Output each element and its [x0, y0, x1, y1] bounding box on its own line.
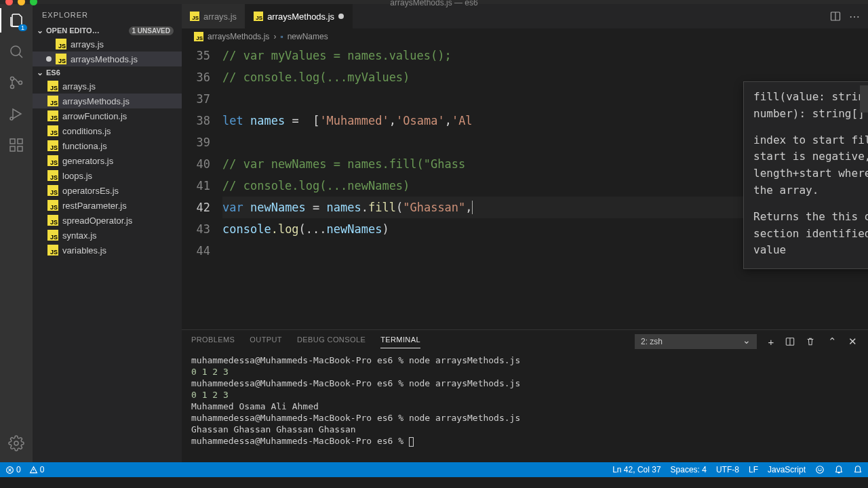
file-tree-item[interactable]: JSarrays.js [33, 79, 182, 94]
line-number-gutter: 35363738394041424344 [182, 45, 222, 329]
file-tree-item[interactable]: JSsyntax.js [33, 228, 182, 243]
more-actions-icon[interactable]: ⋯ [849, 10, 860, 23]
code-editor[interactable]: 35363738394041424344 // var myValues = n… [182, 45, 868, 329]
status-bar: 0 0 Ln 42, Col 37 Spaces: 4 UTF-8 LF Jav… [0, 462, 868, 477]
tab-label: arraysMethods.js [267, 12, 334, 22]
maximize-window-icon[interactable] [30, 0, 37, 5]
file-tree-item[interactable]: JSgenerators.js [33, 153, 182, 168]
js-file-icon: JS [194, 32, 203, 41]
explorer-badge: 1 [18, 24, 27, 31]
file-tree-item[interactable]: JSfunctiona.js [33, 138, 182, 153]
terminal-line: Ghassan Ghassan Ghassan Ghassan [191, 424, 859, 435]
maximize-panel-icon[interactable]: ⌃ [826, 336, 838, 348]
terminal-line: muhammedessa@Muhammeds-MacBook-Pro es6 %… [191, 378, 859, 389]
editor-tab[interactable]: JSarraysMethods.js [245, 4, 353, 28]
file-name: restParameter.js [62, 201, 127, 211]
js-file-icon: JS [47, 96, 58, 106]
run-debug-icon[interactable] [7, 104, 26, 123]
status-errors[interactable]: 0 [5, 465, 21, 474]
file-tree-item[interactable]: JSconditions.js [33, 123, 182, 138]
status-language[interactable]: JavaScript [768, 465, 806, 474]
signature-text: fill(value: string, start?: number, end?… [753, 89, 868, 123]
minimize-window-icon[interactable] [18, 0, 25, 5]
status-ln-col[interactable]: Ln 42, Col 37 [612, 465, 660, 474]
panel-tab[interactable]: PROBLEMS [191, 336, 235, 348]
panel-tab[interactable]: OUTPUT [250, 336, 282, 348]
tab-label: arrays.js [203, 12, 237, 22]
open-editor-item[interactable]: JSarraysMethods.js [33, 52, 182, 66]
status-tweet-icon[interactable] [815, 465, 825, 474]
panel-tab[interactable]: DEBUG CONSOLE [297, 336, 366, 348]
status-encoding[interactable]: UTF-8 [716, 465, 739, 474]
open-editor-item[interactable]: JSarrays.js [33, 37, 182, 52]
close-panel-icon[interactable]: ✕ [846, 336, 859, 348]
svg-point-4 [10, 117, 13, 120]
chevron-down-icon: ⌄ [37, 26, 43, 35]
terminal-line: 0 1 2 3 [191, 389, 859, 401]
minimap[interactable] [860, 85, 868, 113]
file-tree-item[interactable]: JSrestParameter.js [33, 198, 182, 213]
status-spaces[interactable]: Spaces: 4 [671, 465, 707, 474]
svg-point-2 [11, 85, 14, 89]
file-tree-item[interactable]: JSoperatorsEs.js [33, 183, 182, 198]
breadcrumb-symbol[interactable]: newNames [288, 32, 328, 41]
svg-rect-8 [18, 139, 22, 144]
editor-group: JSarrays.jsJSarraysMethods.js ⋯ JS array… [182, 4, 868, 462]
js-file-icon: JS [56, 39, 66, 49]
extensions-icon[interactable] [7, 136, 26, 155]
js-file-icon: JS [56, 54, 66, 64]
traffic-lights [5, 0, 37, 5]
file-tree-item[interactable]: JSloops.js [33, 168, 182, 183]
file-tree-item[interactable]: JSspreadOperator.js [33, 213, 182, 228]
file-name: operatorsEs.js [62, 186, 119, 196]
status-warnings[interactable]: 0 [29, 465, 45, 474]
terminal-line: muhammedessa@Muhammeds-MacBook-Pro es6 %… [191, 354, 859, 366]
js-file-icon: JS [47, 140, 58, 151]
js-file-icon: JS [254, 12, 263, 21]
dirty-indicator-icon [46, 56, 52, 62]
status-feedback-icon[interactable] [834, 465, 844, 474]
editor-tab[interactable]: JSarrays.js [182, 4, 245, 28]
file-tree-item[interactable]: JSvariables.js [33, 243, 182, 258]
svg-point-14 [818, 468, 819, 469]
file-tree-item[interactable]: JSarrowFunction.js [33, 108, 182, 123]
svg-point-0 [11, 46, 20, 56]
close-window-icon[interactable] [5, 0, 13, 5]
file-name: syntax.js [62, 230, 97, 241]
file-name: arraysMethods.js [62, 96, 130, 106]
js-file-icon: JS [47, 81, 58, 92]
param-doc: index to start filling the array at. If … [753, 132, 868, 199]
js-file-icon: JS [47, 170, 58, 181]
file-tree-item[interactable]: JSarraysMethods.js [33, 94, 182, 108]
tabs-bar: JSarrays.jsJSarraysMethods.js ⋯ [182, 4, 868, 28]
search-icon[interactable] [7, 42, 26, 61]
bottom-panel: PROBLEMSOUTPUTDEBUG CONSOLETERMINAL 2: z… [182, 329, 868, 462]
new-terminal-icon[interactable]: + [765, 336, 777, 348]
js-file-icon: JS [47, 125, 58, 136]
explorer-icon[interactable]: 1 [7, 11, 26, 30]
status-eol[interactable]: LF [749, 465, 758, 474]
breadcrumb[interactable]: JS arraysMethods.js › ▫ newNames [182, 28, 868, 45]
activity-bar: 1 [0, 4, 33, 462]
svg-point-1 [11, 77, 14, 81]
unsaved-badge: 1 UNSAVED [129, 26, 174, 35]
terminal-output[interactable]: muhammedessa@Muhammeds-MacBook-Pro es6 %… [182, 353, 868, 462]
workspace-section[interactable]: ⌄ ES6 [33, 66, 182, 79]
signature-help-tooltip: fill(value: string, start?: number, end?… [743, 81, 868, 269]
js-file-icon: JS [47, 155, 58, 166]
js-file-icon: JS [47, 245, 58, 256]
settings-gear-icon[interactable] [7, 434, 26, 453]
panel-tab[interactable]: TERMINAL [380, 336, 420, 348]
split-editor-icon[interactable] [830, 11, 841, 22]
file-name: loops.js [62, 171, 92, 181]
terminal-selector[interactable]: 2: zsh [635, 334, 757, 349]
breadcrumb-file[interactable]: arraysMethods.js [208, 32, 269, 41]
source-control-icon[interactable] [7, 73, 26, 92]
split-terminal-icon[interactable] [785, 337, 797, 346]
open-editors-section[interactable]: ⌄ OPEN EDITO… 1 UNSAVED [33, 24, 182, 37]
file-name: arraysMethods.js [71, 54, 138, 64]
sidebar-title: EXPLORER [33, 4, 182, 24]
chevron-down-icon: ⌄ [37, 68, 43, 77]
kill-terminal-icon[interactable] [806, 337, 818, 346]
status-bell-icon[interactable] [853, 465, 863, 474]
